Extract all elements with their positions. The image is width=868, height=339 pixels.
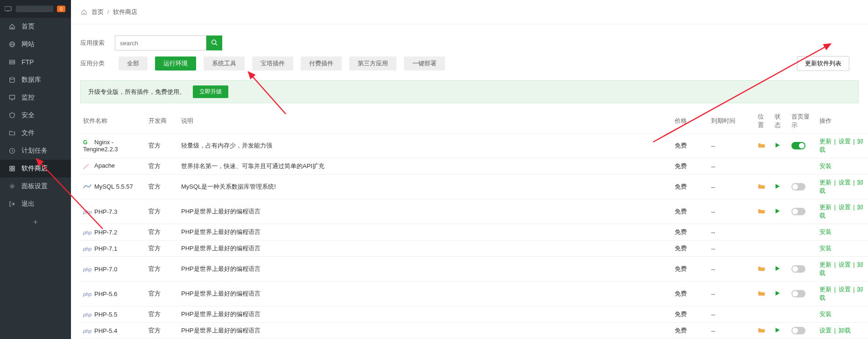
cell-desc: MySQL是一种关系数据库管理系统! (178, 175, 672, 199)
op-卸载[interactable]: 卸载 (839, 327, 851, 334)
sidebar-item-ftp[interactable]: FTP (0, 53, 71, 71)
folder-icon[interactable] (758, 291, 765, 298)
svg-point-16 (212, 40, 216, 44)
op-设置[interactable]: 设置 (819, 327, 832, 334)
cell-price: 免费 (672, 306, 708, 323)
sidebar-item-grid[interactable]: 软件商店 (0, 160, 71, 177)
folder-icon[interactable] (758, 328, 765, 335)
cell-desc: PHP是世界上最好的编程语言 (178, 282, 672, 306)
table-row: phpPHP-7.1 官方 PHP是世界上最好的编程语言 免费 -- 安装 (80, 240, 868, 257)
notification-badge[interactable]: 0 (57, 6, 65, 12)
op-安装[interactable]: 安装 (819, 228, 832, 235)
search-box (115, 35, 222, 50)
sidebar-add[interactable]: + (0, 213, 71, 232)
cell-name: phpPHP-5.6 (80, 282, 146, 306)
col-header: 首页显示 (789, 109, 817, 134)
promo-upgrade-button[interactable]: 立即升级 (193, 85, 228, 98)
sidebar-item-label: 面板设置 (21, 182, 48, 191)
cell-home (789, 158, 817, 175)
op-设置[interactable]: 设置 (839, 179, 851, 186)
category-3[interactable]: 宝塔插件 (252, 56, 293, 71)
home-toggle[interactable] (791, 142, 805, 149)
sidebar-item-monitor[interactable]: 监控 (0, 89, 71, 106)
cell-desc: PHP是世界上最好的编程语言 (178, 240, 672, 257)
col-header: 操作 (817, 109, 868, 134)
sidebar-item-label: 计划任务 (21, 147, 48, 155)
op-安装[interactable]: 安装 (819, 245, 832, 252)
search-button[interactable] (206, 35, 222, 50)
folder-icon[interactable] (758, 266, 765, 273)
cell-dev: 官方 (146, 257, 178, 282)
col-header: 到期时间 (708, 109, 755, 134)
sidebar-item-db[interactable]: 数据库 (0, 71, 71, 89)
cell-home (789, 257, 817, 282)
sidebar-item-clock[interactable]: 计划任务 (0, 142, 71, 160)
category-6[interactable]: 一键部署 (404, 56, 445, 71)
play-icon[interactable] (775, 184, 780, 191)
home-toggle[interactable] (791, 208, 805, 215)
op-设置[interactable]: 设置 (839, 138, 851, 145)
category-5[interactable]: 第三方应用 (349, 56, 396, 71)
cell-exp: -- (708, 199, 755, 224)
play-icon[interactable] (775, 266, 780, 273)
cell-status (772, 323, 789, 339)
home-toggle[interactable] (791, 290, 805, 297)
play-icon[interactable] (775, 208, 780, 215)
op-更新[interactable]: 更新 (819, 286, 832, 293)
op-更新[interactable]: 更新 (819, 204, 832, 211)
play-icon[interactable] (775, 327, 780, 334)
cell-price: 免费 (672, 282, 708, 306)
op-设置[interactable]: 设置 (839, 261, 851, 268)
breadcrumb-home[interactable]: 首页 (92, 8, 104, 16)
play-icon[interactable] (775, 142, 780, 149)
op-安装[interactable]: 安装 (819, 311, 832, 318)
sidebar-item-label: 网站 (21, 40, 35, 49)
cell-ops: 安装 (817, 306, 868, 323)
sidebar-item-globe[interactable]: 网站 (0, 35, 71, 53)
cell-name: GNginx -Tengine2.2.3 (80, 134, 146, 158)
category-4[interactable]: 付费插件 (301, 56, 342, 71)
cell-ops: 安装 (817, 158, 868, 175)
table-row: phpPHP-7.3 官方 PHP是世界上最好的编程语言 免费 -- 更新 | … (80, 199, 868, 224)
op-设置[interactable]: 设置 (839, 286, 851, 293)
op-更新[interactable]: 更新 (819, 179, 832, 186)
php-icon: php (83, 209, 92, 215)
cell-dev: 官方 (146, 282, 178, 306)
home-toggle[interactable] (791, 265, 805, 273)
cell-desc: PHP是世界上最好的编程语言 (178, 306, 672, 323)
cell-dev: 官方 (146, 240, 178, 257)
update-list-button[interactable]: 更新软件列表 (797, 56, 849, 71)
folder-icon[interactable] (758, 143, 765, 150)
home-toggle[interactable] (791, 183, 805, 191)
op-安装[interactable]: 安装 (819, 162, 832, 170)
gear-icon (8, 183, 16, 190)
search-input[interactable] (115, 35, 206, 50)
sidebar-item-exit[interactable]: 退出 (0, 195, 71, 213)
sidebar-item-folder[interactable]: 文件 (0, 124, 71, 142)
table-row: phpPHP-7.2 官方 PHP是世界上最好的编程语言 免费 -- 安装 (80, 224, 868, 240)
cell-desc: PHP是世界上最好的编程语言 (178, 199, 672, 224)
category-0[interactable]: 全部 (119, 56, 148, 71)
svg-point-7 (10, 78, 14, 79)
category-1[interactable]: 运行环境 (155, 56, 196, 71)
table-row: phpPHP-5.5 官方 PHP是世界上最好的编程语言 免费 -- 安装 (80, 306, 868, 323)
cell-status (772, 134, 789, 158)
op-设置[interactable]: 设置 (839, 204, 851, 211)
cell-status (772, 282, 789, 306)
php-icon: php (83, 267, 92, 272)
cell-name: ／Apache (80, 158, 146, 175)
cell-ops: 安装 (817, 224, 868, 240)
category-2[interactable]: 系统工具 (204, 56, 245, 71)
folder-icon[interactable] (758, 209, 765, 216)
cell-ops: 更新 | 设置 | 卸载 (817, 199, 868, 224)
sidebar-item-gear[interactable]: 面板设置 (0, 177, 71, 195)
folder-icon[interactable] (758, 184, 765, 191)
cell-loc (755, 134, 772, 158)
sidebar-item-home[interactable]: 首页 (0, 18, 71, 35)
op-更新[interactable]: 更新 (819, 138, 832, 145)
op-更新[interactable]: 更新 (819, 261, 832, 268)
php-icon: php (83, 230, 92, 235)
play-icon[interactable] (775, 290, 780, 297)
sidebar-item-shield[interactable]: 安全 (0, 106, 71, 124)
home-toggle[interactable] (791, 327, 805, 334)
